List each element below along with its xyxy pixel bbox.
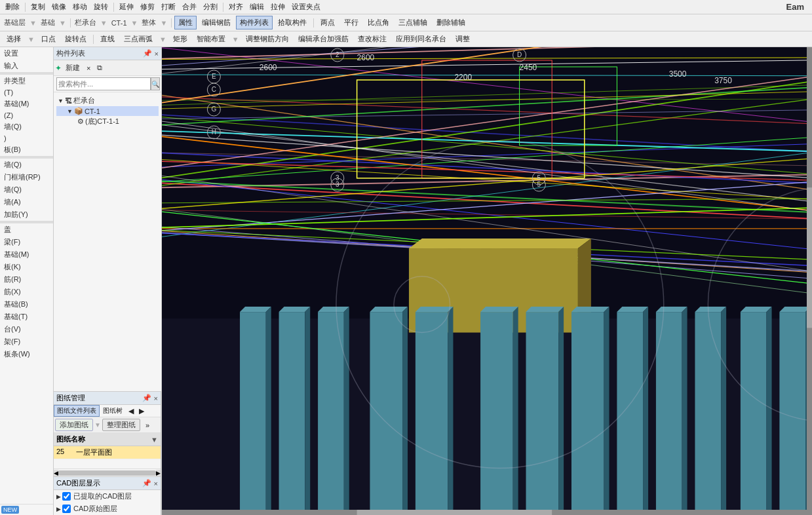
del-aux-btn[interactable]: 删除辅轴 bbox=[433, 16, 469, 29]
left-z[interactable]: (Z) bbox=[0, 110, 53, 121]
rect-btn[interactable]: 矩形 bbox=[169, 32, 191, 46]
canvas-area[interactable] bbox=[162, 47, 812, 515]
left-wall-q2[interactable]: 墙(Q) bbox=[0, 159, 53, 171]
left-wall-a[interactable]: 墙(A) bbox=[0, 196, 53, 208]
left-slab-k[interactable]: 板(K) bbox=[0, 261, 53, 273]
mirror-btn[interactable]: 镜像 bbox=[49, 1, 69, 12]
new-label-btn[interactable]: 新建 bbox=[63, 62, 83, 73]
extend-btn[interactable]: 延伸 bbox=[117, 1, 136, 12]
cad-cb-1[interactable] bbox=[62, 505, 71, 513]
cad-panel-header: CAD图层显示 📌 × bbox=[54, 477, 161, 490]
drawing-row-0[interactable]: 25 一层平面图 bbox=[54, 446, 161, 459]
scroll-right[interactable]: ▶ bbox=[156, 470, 161, 476]
left-base-b[interactable]: 基础(B) bbox=[0, 298, 53, 311]
h-scroll-thumb[interactable] bbox=[58, 470, 156, 476]
copy-comp-btn[interactable]: ⧉ bbox=[94, 63, 105, 73]
trim-btn[interactable]: 修剪 bbox=[138, 1, 157, 12]
component-list-btn[interactable]: 构件列表 bbox=[236, 16, 273, 29]
left-base-m[interactable]: 基础(M) bbox=[0, 98, 53, 110]
left-base-m2[interactable]: 基础(M) bbox=[0, 248, 53, 261]
break-btn[interactable]: 打断 bbox=[159, 1, 178, 12]
drawing-tree-tab[interactable]: 图纸树 bbox=[100, 405, 126, 417]
split-btn[interactable]: 分割 bbox=[201, 1, 220, 12]
three-aux-btn[interactable]: 三点辅轴 bbox=[395, 16, 431, 29]
manage-drawing-btn[interactable]: 整理图纸 bbox=[102, 419, 140, 431]
left-door-rp[interactable]: 门框墙(RP) bbox=[0, 171, 53, 183]
tree-ct1-icon: 📦 bbox=[74, 107, 83, 115]
pick-component-btn[interactable]: 拾取构件 bbox=[274, 16, 311, 29]
lower-panels: 图纸管理 📌 × 图纸文件列表 图纸树 ◀ ▶ 添加图纸 ▼ bbox=[54, 391, 161, 515]
left-platform-v[interactable]: 台(V) bbox=[0, 323, 53, 335]
add-drawing-btn[interactable]: 添加图纸 bbox=[55, 419, 93, 431]
left-settings[interactable]: 设置 bbox=[0, 47, 53, 60]
left-wall-q[interactable]: 墙(Q) bbox=[0, 121, 53, 133]
delete-comp-btn[interactable]: × bbox=[84, 64, 93, 73]
rotate-point-btn[interactable]: 旋转点 bbox=[61, 32, 90, 46]
delete-btn[interactable]: 删除 bbox=[3, 1, 22, 12]
tree-child-ct1[interactable]: ▼ 📦 CT-1 bbox=[56, 106, 159, 116]
tree-root[interactable]: ▼ 🏗 栏承台 bbox=[56, 95, 159, 106]
adjust-rebar-btn[interactable]: 调整钢筋方向 bbox=[242, 32, 293, 46]
left-paren[interactable]: ) bbox=[0, 133, 53, 143]
line-btn[interactable]: 直线 bbox=[96, 32, 119, 46]
left-base-t[interactable]: 基础(T) bbox=[0, 311, 53, 323]
left-t[interactable]: (T) bbox=[0, 87, 53, 98]
edit-btn[interactable]: 编辑 bbox=[247, 1, 267, 12]
cad-item-1[interactable]: ▶ CAD原始图层 bbox=[54, 503, 161, 515]
cad-panel: CAD图层显示 📌 × ▶ 已提取的CAD图层 ▶ CAD原始图层 bbox=[54, 477, 161, 515]
left-well-type[interactable]: 井类型 bbox=[0, 75, 53, 87]
grip-btn[interactable]: 设置夹点 bbox=[289, 1, 323, 12]
left-rebar-r[interactable]: 筋(R) bbox=[0, 273, 53, 286]
cad-label-0: 已提取的CAD图层 bbox=[73, 491, 132, 501]
property-btn[interactable]: 属性 bbox=[174, 16, 197, 29]
select-btn[interactable]: 选择 bbox=[3, 32, 25, 46]
arc-btn[interactable]: 三点画弧 bbox=[120, 32, 157, 46]
component-panel-header: 构件列表 📌 × bbox=[54, 47, 161, 60]
left-plate-b[interactable]: 板(B) bbox=[0, 143, 53, 156]
align-btn[interactable]: 对齐 bbox=[226, 1, 246, 12]
search-input[interactable] bbox=[56, 77, 151, 90]
panel-pin-btn[interactable]: 📌 bbox=[143, 49, 152, 58]
edit-rebar-btn[interactable]: 编辑钢筋 bbox=[198, 16, 235, 29]
drawing-nav-next[interactable]: ▶ bbox=[136, 405, 147, 417]
angle-btn[interactable]: 比点角 bbox=[364, 16, 393, 29]
cad-close-btn[interactable]: × bbox=[154, 479, 158, 487]
left-reinf-y[interactable]: 加筋(Y) bbox=[0, 208, 53, 221]
merge-btn[interactable]: 合并 bbox=[180, 1, 199, 12]
check-mark-btn[interactable]: 查改标注 bbox=[354, 32, 391, 46]
drawing-pin-btn[interactable]: 📌 bbox=[142, 394, 151, 402]
left-strip-w[interactable]: 板条(W) bbox=[0, 348, 53, 360]
parallel-btn[interactable]: 平行 bbox=[340, 16, 362, 29]
apply-same-btn[interactable]: 应用到同名承台 bbox=[392, 32, 450, 46]
move-btn[interactable]: 移动 bbox=[70, 1, 90, 12]
two-point-btn[interactable]: 两点 bbox=[317, 16, 339, 29]
panel-close-btn[interactable]: × bbox=[155, 49, 159, 58]
left-input[interactable]: 输入 bbox=[0, 60, 53, 72]
left-beam-f[interactable]: 梁(F) bbox=[0, 236, 53, 248]
point-btn[interactable]: 口点 bbox=[37, 32, 60, 46]
copy-btn[interactable]: 复制 bbox=[28, 1, 48, 12]
left-rebar-x[interactable]: 筋(X) bbox=[0, 286, 53, 298]
cad-item-0[interactable]: ▶ 已提取的CAD图层 bbox=[54, 490, 161, 503]
drawing-sort-btn[interactable]: ▼ bbox=[151, 434, 158, 444]
cad-panel-icons: 📌 × bbox=[142, 479, 158, 487]
cad-pin-btn[interactable]: 📌 bbox=[142, 479, 151, 487]
adjust2-btn[interactable]: 调整 bbox=[452, 32, 474, 46]
rotate-btn[interactable]: 旋转 bbox=[91, 1, 111, 12]
left-frame-f[interactable]: 架(F) bbox=[0, 335, 53, 348]
cad-cb-0[interactable] bbox=[62, 492, 71, 501]
tree-grandchild-bottom[interactable]: ⚙ (底)CT-1-1 bbox=[56, 116, 159, 127]
scroll-left[interactable]: ◀ bbox=[54, 470, 58, 476]
left-wall-q3[interactable]: 墙(Q) bbox=[0, 183, 53, 196]
drawing-expand-btn[interactable]: » bbox=[142, 419, 153, 431]
drawing-close-btn[interactable]: × bbox=[154, 394, 158, 402]
edit-strengthen-btn[interactable]: 编辑承台加强筋 bbox=[294, 32, 353, 46]
search-button[interactable]: 🔍 bbox=[151, 77, 160, 90]
drawing-nav-prev[interactable]: ◀ bbox=[126, 405, 136, 417]
eam-label: Eam bbox=[781, 2, 809, 12]
smart-layout-btn[interactable]: 智能布置 bbox=[193, 32, 229, 46]
stretch-btn[interactable]: 拉伸 bbox=[268, 1, 288, 12]
component-panel: 构件列表 📌 × ✦ 新建 × ⧉ 🔍 ▼ 🏗 栏承台 ▼ 📦 bbox=[54, 47, 162, 515]
drawing-hscroll[interactable]: ◀ ▶ bbox=[54, 468, 161, 476]
drawing-file-list-tab[interactable]: 图纸文件列表 bbox=[54, 405, 100, 417]
